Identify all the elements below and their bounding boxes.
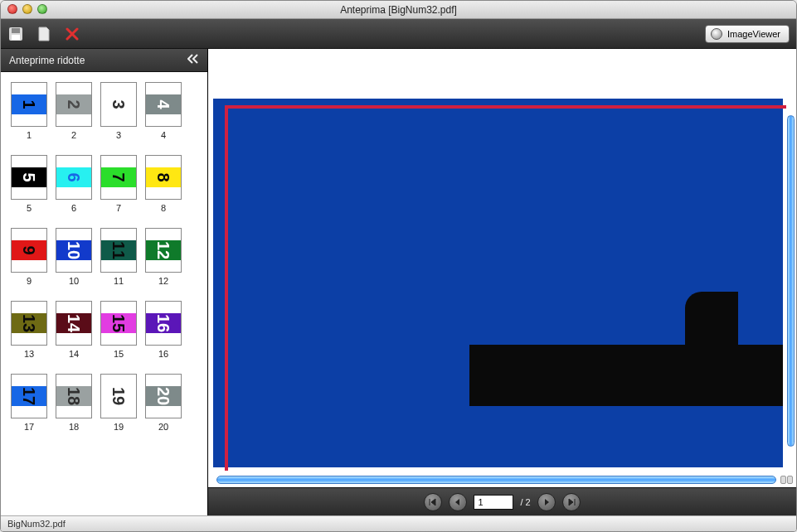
vertical-scrollbar[interactable] bbox=[787, 115, 795, 447]
pager: / 2 bbox=[208, 487, 796, 515]
prev-page-button[interactable] bbox=[449, 493, 467, 511]
thumbnail-label: 16 bbox=[158, 349, 168, 359]
thumbnail-label: 3 bbox=[116, 130, 121, 140]
page-graphic bbox=[469, 345, 783, 406]
next-page-button[interactable] bbox=[537, 493, 556, 511]
thumbnail-label: 1 bbox=[27, 130, 32, 140]
imageviewer-label: ImageViewer bbox=[727, 29, 780, 39]
thumbnail-label: 18 bbox=[69, 422, 79, 432]
thumbnail-label: 9 bbox=[27, 276, 32, 286]
thumbnail-number: 16 bbox=[155, 314, 172, 332]
thumbnail-label: 13 bbox=[24, 349, 34, 359]
thumbnail[interactable]: 44 bbox=[143, 82, 183, 140]
thumbnail[interactable]: 66 bbox=[54, 155, 94, 213]
thumbnail[interactable]: 55 bbox=[9, 155, 49, 213]
svg-rect-2 bbox=[12, 35, 20, 40]
window: Anteprima [BigNum32.pdf] ImageViewer Ant… bbox=[0, 0, 797, 532]
last-page-button[interactable] bbox=[562, 493, 581, 511]
thumbnail-number: 5 bbox=[21, 172, 37, 181]
thumbnail-number: 17 bbox=[21, 387, 37, 405]
thumbnail[interactable]: 22 bbox=[54, 82, 94, 140]
minimize-window-button[interactable] bbox=[22, 4, 32, 14]
thumbnail-number: 12 bbox=[155, 241, 172, 259]
thumbnail-label: 6 bbox=[71, 203, 76, 213]
page-bleed-border bbox=[225, 105, 786, 471]
thumbnail-label: 10 bbox=[69, 276, 79, 286]
status-filename: BigNum32.pdf bbox=[7, 519, 66, 529]
first-page-button[interactable] bbox=[424, 493, 442, 511]
page-graphic bbox=[685, 292, 738, 345]
thumbnail-number: 19 bbox=[110, 387, 127, 405]
thumbnail-label: 15 bbox=[114, 349, 124, 359]
page-icon[interactable] bbox=[36, 26, 52, 42]
thumbnail-number: 6 bbox=[66, 172, 82, 181]
thumbnail[interactable]: 1313 bbox=[9, 301, 49, 359]
canvas[interactable] bbox=[208, 49, 796, 487]
svg-rect-1 bbox=[12, 28, 20, 33]
toolbar: ImageViewer bbox=[1, 19, 796, 49]
thumbnail-number: 13 bbox=[21, 314, 37, 332]
viewer: / 2 bbox=[208, 49, 796, 515]
thumbnail-number: 2 bbox=[66, 99, 82, 109]
thumbnail-label: 20 bbox=[158, 422, 168, 432]
thumbnail-number: 18 bbox=[66, 387, 82, 405]
thumbnail-number: 20 bbox=[155, 387, 172, 405]
thumbnail[interactable]: 33 bbox=[99, 82, 139, 140]
collapse-sidebar-button[interactable] bbox=[187, 54, 199, 66]
page-input[interactable] bbox=[474, 495, 513, 510]
page-surface bbox=[213, 99, 783, 467]
thumbnail[interactable]: 11 bbox=[9, 82, 49, 140]
statusbar: BigNum32.pdf bbox=[1, 515, 796, 531]
thumbnail[interactable]: 88 bbox=[143, 155, 183, 213]
thumbnail[interactable]: 1919 bbox=[99, 374, 139, 432]
thumbnail[interactable]: 1616 bbox=[143, 301, 183, 359]
thumbnail-number: 4 bbox=[155, 99, 172, 109]
thumbnail-number: 7 bbox=[110, 172, 127, 181]
thumbnail-label: 19 bbox=[114, 422, 124, 432]
thumbnail-number: 14 bbox=[66, 314, 82, 332]
thumbnails-panel: 1122334455667788991010111112121313141415… bbox=[1, 72, 207, 515]
thumbnail-number: 3 bbox=[110, 99, 127, 109]
thumbnail-label: 5 bbox=[27, 203, 32, 213]
thumbnail-label: 8 bbox=[161, 203, 166, 213]
imageviewer-icon bbox=[711, 28, 722, 40]
thumbnail-number: 10 bbox=[66, 241, 82, 259]
thumbnail[interactable]: 1414 bbox=[54, 301, 94, 359]
sidebar-header: Anteprime ridotte bbox=[1, 49, 207, 72]
thumbnail[interactable]: 1010 bbox=[54, 228, 94, 286]
thumbnail-label: 7 bbox=[116, 203, 121, 213]
thumbnail[interactable]: 1818 bbox=[54, 374, 94, 432]
zoom-window-button[interactable] bbox=[37, 4, 47, 14]
body: Anteprime ridotte 1122334455667788991010… bbox=[1, 49, 796, 515]
thumbnail-label: 14 bbox=[69, 349, 79, 359]
thumbnail[interactable]: 1111 bbox=[99, 228, 139, 286]
sidebar: Anteprime ridotte 1122334455667788991010… bbox=[1, 49, 208, 515]
thumbnail[interactable]: 1717 bbox=[9, 374, 49, 432]
thumbnail-number: 8 bbox=[155, 172, 172, 181]
thumbnail[interactable]: 77 bbox=[99, 155, 139, 213]
window-title: Anteprima [BigNum32.pdf] bbox=[340, 4, 457, 16]
thumbnail-label: 4 bbox=[161, 130, 166, 140]
titlebar: Anteprima [BigNum32.pdf] bbox=[1, 1, 796, 19]
thumbnail[interactable]: 2020 bbox=[143, 374, 183, 432]
sidebar-title: Anteprime ridotte bbox=[9, 55, 85, 66]
horizontal-scroll-arrows[interactable] bbox=[780, 476, 793, 484]
save-icon[interactable] bbox=[7, 26, 24, 42]
thumbnail-number: 1 bbox=[21, 99, 37, 109]
thumbnail[interactable]: 99 bbox=[9, 228, 49, 286]
thumbnail-label: 2 bbox=[71, 130, 76, 140]
close-window-button[interactable] bbox=[7, 4, 17, 14]
delete-icon[interactable] bbox=[64, 26, 80, 42]
traffic-lights bbox=[7, 4, 47, 14]
thumbnail[interactable]: 1515 bbox=[99, 301, 139, 359]
thumbnail-number: 11 bbox=[110, 241, 127, 259]
thumbnail[interactable]: 1212 bbox=[143, 228, 183, 286]
imageviewer-button[interactable]: ImageViewer bbox=[705, 25, 790, 43]
thumbnail-label: 12 bbox=[158, 276, 168, 286]
thumbnail-number: 15 bbox=[110, 314, 127, 332]
horizontal-scrollbar[interactable] bbox=[216, 476, 776, 484]
page-total-label: / 2 bbox=[520, 497, 530, 507]
thumbnail-number: 9 bbox=[21, 245, 37, 254]
thumbnail-label: 17 bbox=[24, 422, 34, 432]
thumbnail-label: 11 bbox=[114, 276, 124, 286]
